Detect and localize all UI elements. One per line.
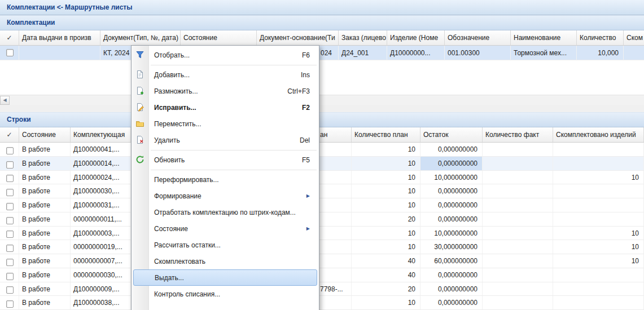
cell-plan-qty[interactable]: 10 [352,296,420,309]
column-header[interactable]: Документ(Тип, №, дата) [100,30,181,45]
cell-plan-qty[interactable]: 10 [352,184,420,198]
table-row[interactable]: В работеД100000041,...100,000000000 [0,143,644,157]
column-header[interactable]: Состояние [19,127,71,142]
row-checkbox[interactable] [6,300,14,308]
cell[interactable] [0,143,19,156]
column-header[interactable]: Остаток [420,127,483,142]
cell[interactable]: 10,000 [577,46,624,60]
cell-fact-qty[interactable] [483,240,553,254]
cell-state[interactable]: В работе [19,198,71,212]
cell-fact-qty[interactable] [483,254,553,268]
horizontal-scrollbar[interactable]: ◀ [0,95,644,105]
cell-plan-qty[interactable]: 10 [352,227,420,240]
column-header[interactable]: Состояние [181,30,257,45]
cell-fact-qty[interactable] [483,184,553,198]
menu-item-add[interactable]: Добавить...Ins [132,67,319,83]
cell-fact-qty[interactable] [483,143,553,156]
column-header[interactable]: Количество факт [483,127,553,142]
cell-remainder[interactable]: 0,000000000 [420,268,483,282]
cell[interactable] [0,227,19,240]
row-checkbox[interactable] [6,175,14,182]
cell-assembled[interactable] [553,198,644,212]
cell[interactable] [0,268,19,282]
cell-fact-qty[interactable] [483,212,553,226]
row-checkbox[interactable] [6,286,14,294]
menu-item-delete[interactable]: УдалитьDel [132,132,319,148]
column-header[interactable]: Заказ (лицево [339,30,387,45]
cell-assembled[interactable] [553,184,644,198]
cell-state[interactable]: В работе [19,268,71,282]
komplektacii-selected-row[interactable]: КТ, 2024024Д24_001Д10000000...001.00300Т… [0,46,644,60]
cell-state[interactable]: В работе [19,282,71,296]
row-checkbox[interactable] [6,203,14,210]
table-row[interactable]: В работеД100000038,...100,000000000 [0,296,644,310]
column-header[interactable]: Наименование [511,30,577,45]
menu-item-state[interactable]: Состояние▶ [132,220,319,237]
cell-remainder[interactable]: 30,000000000 [420,240,483,254]
menu-item-filter[interactable]: Отобрать...F6 [132,47,319,63]
cell[interactable] [0,212,19,226]
cell-assembled[interactable] [553,143,644,156]
cell[interactable] [0,198,19,212]
cell-state[interactable]: В работе [19,184,71,198]
cell[interactable]: Д10000000... [387,46,445,60]
table-row[interactable]: В работеД100000024,...1010,00000000010 [0,171,644,185]
cell-assembled[interactable] [553,268,644,282]
cell-state[interactable]: В работе [19,143,71,156]
cell[interactable] [0,46,19,60]
cell-remainder[interactable]: 10,000000000 [420,227,483,240]
cell[interactable] [0,254,19,268]
column-header[interactable]: Обозначение [445,30,511,45]
cell-assembled[interactable]: 10 [553,171,644,184]
cell[interactable] [0,296,19,309]
cell-assembled[interactable] [553,212,644,226]
menu-item-move[interactable]: Переместить... [132,116,319,132]
menu-item-assemble[interactable]: Скомплектовать [132,253,319,269]
menu-item-barcode-process[interactable]: Отработать комплектацию по штрих-кодам..… [132,204,319,220]
cell-remainder[interactable]: 0,000000000 [420,296,483,309]
cell-plan-qty[interactable]: 10 [352,171,420,184]
column-header[interactable]: Дата выдачи в произв [19,30,100,45]
row-checkbox[interactable] [6,49,14,56]
cell-plan-qty[interactable]: 10 [352,143,420,156]
scroll-left-icon[interactable]: ◀ [0,96,10,105]
cell[interactable] [0,171,19,184]
cell-component[interactable]: Д100000030,... [71,184,131,198]
cell[interactable] [19,46,100,60]
cell-state[interactable]: В работе [19,254,71,268]
menu-item-issue[interactable]: Выдать... [133,269,317,286]
table-row[interactable]: В работеД100000014,...100,000000000 [0,157,644,171]
cell-component[interactable]: 00000000019,... [71,240,131,254]
cell-remainder[interactable]: 0,000000000 [420,184,483,198]
menu-item-calc-remainders[interactable]: Рассчитать остатки... [132,237,319,253]
row-checkbox[interactable] [6,161,14,169]
table-row[interactable]: В работе00000000007,...4060,00000000010 [0,254,644,268]
cell-fact-qty[interactable] [483,227,553,240]
cell-plan-qty[interactable]: 10 [352,198,420,212]
cell-assembled[interactable] [553,282,644,296]
cell-component[interactable]: Д100000003,... [71,227,131,240]
menu-item-refresh[interactable]: ОбновитьF5 [132,152,319,168]
table-row[interactable]: В работеД100000009,...7798-...200,000000… [0,282,644,296]
cell[interactable]: Д24_001 [339,46,387,60]
cell[interactable] [0,157,19,170]
cell-assembled[interactable]: 10 [553,227,644,240]
cell-remainder[interactable]: 0,000000000 [420,282,483,296]
cell[interactable] [0,184,19,198]
cell-remainder[interactable]: 0,000000000 [420,143,483,156]
cell-component[interactable]: 00000000030,... [71,268,131,282]
cell-plan-qty[interactable]: 20 [352,282,420,296]
column-header[interactable]: Количество план [352,127,420,142]
row-checkbox[interactable] [6,259,14,266]
cell-fact-qty[interactable] [483,171,553,184]
cell-state[interactable]: В работе [19,212,71,226]
cell[interactable] [0,282,19,296]
column-header[interactable]: Документ-основание(Ти [257,30,339,45]
cell-component[interactable]: Д100000014,... [71,157,131,170]
column-header[interactable]: Комплектующая [71,127,131,142]
table-row[interactable]: В работе00000000019,...1030,00000000010 [0,240,644,254]
cell[interactable] [0,240,19,254]
row-checkbox[interactable] [6,217,14,224]
cell-remainder[interactable]: 0,000000000 [420,157,483,170]
select-all-header[interactable]: ✓ [0,127,19,142]
